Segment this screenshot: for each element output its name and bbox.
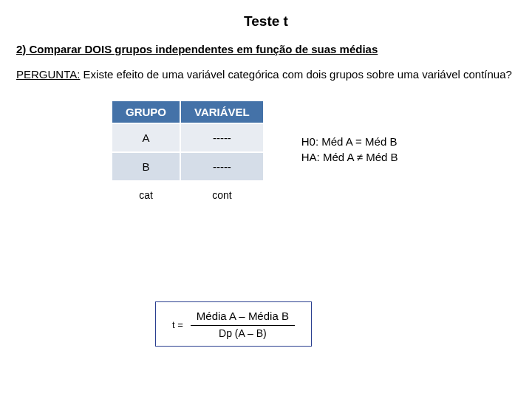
formula-lhs: t = (172, 319, 183, 330)
hypotheses-block: H0: Méd A = Méd B HA: Méd A ≠ Méd B (301, 134, 398, 165)
section-subtitle: 2) Comparar DOIS grupos independentes em… (16, 43, 532, 55)
hypothesis-alt: HA: Méd A ≠ Méd B (301, 149, 398, 165)
cell-var-b: ----- (180, 152, 264, 181)
table-caption-row: cat cont (112, 181, 264, 208)
page-title: Teste t (0, 0, 532, 30)
formula-denominator: Dp (A – B) (213, 326, 273, 341)
caption-cat: cat (112, 181, 180, 208)
question-label: PERGUNTA: (16, 68, 80, 81)
cell-group-a: A (112, 123, 180, 152)
groups-table: GRUPO VARIÁVEL A ----- B ----- cat cont (111, 100, 265, 208)
question-text: Existe efeito de uma variável categórica… (80, 68, 511, 81)
table-row: A ----- (112, 123, 264, 152)
cell-var-a: ----- (180, 123, 264, 152)
table-header-variavel: VARIÁVEL (180, 100, 264, 123)
caption-cont: cont (180, 181, 264, 208)
formula-numerator: Média A – Média B (191, 310, 295, 326)
question-block: PERGUNTA: Existe efeito de uma variável … (16, 67, 516, 82)
formula-box: t = Média A – Média B Dp (A – B) (155, 301, 312, 347)
cell-group-b: B (112, 152, 180, 181)
table-header-grupo: GRUPO (112, 100, 180, 123)
formula-fraction: Média A – Média B Dp (A – B) (191, 310, 295, 340)
content-row: GRUPO VARIÁVEL A ----- B ----- cat cont … (111, 100, 532, 208)
table-row: B ----- (112, 152, 264, 181)
hypothesis-null: H0: Méd A = Méd B (301, 134, 398, 149)
